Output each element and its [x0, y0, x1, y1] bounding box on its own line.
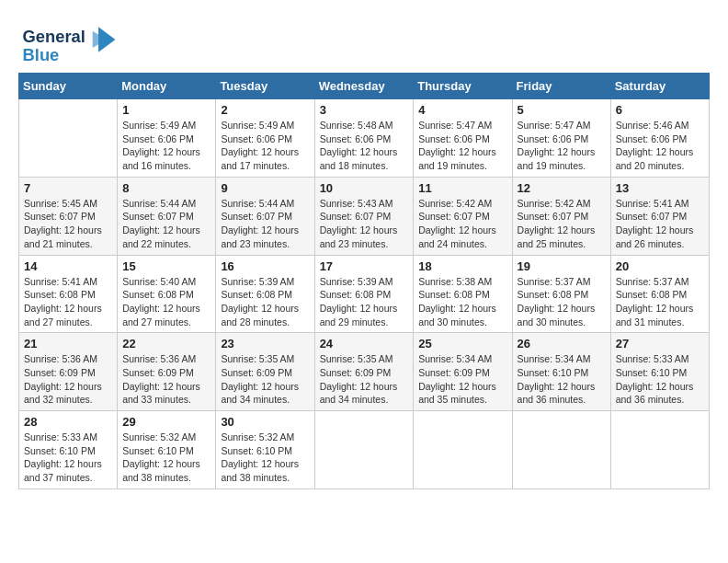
day-info: Sunrise: 5:42 AMSunset: 6:07 PMDaylight:…	[418, 197, 506, 251]
logo: General Blue	[18, 18, 119, 69]
calendar-body: 1Sunrise: 5:49 AMSunset: 6:06 PMDaylight…	[19, 99, 710, 489]
day-info: Sunrise: 5:49 AMSunset: 6:06 PMDaylight:…	[221, 119, 309, 173]
weekday-header-row: SundayMondayTuesdayWednesdayThursdayFrid…	[19, 74, 710, 99]
calendar-cell: 3Sunrise: 5:48 AMSunset: 6:06 PMDaylight…	[314, 99, 414, 178]
day-info: Sunrise: 5:35 AMSunset: 6:09 PMDaylight:…	[320, 352, 409, 407]
day-number: 5	[518, 103, 606, 117]
day-info: Sunrise: 5:38 AMSunset: 6:08 PMDaylight:…	[418, 275, 506, 329]
day-info: Sunrise: 5:37 AMSunset: 6:08 PMDaylight:…	[616, 275, 704, 329]
day-info: Sunrise: 5:45 AMSunset: 6:07 PMDaylight:…	[24, 197, 112, 251]
calendar-cell: 7Sunrise: 5:45 AMSunset: 6:07 PMDaylight…	[19, 177, 118, 255]
day-info: Sunrise: 5:44 AMSunset: 6:07 PMDaylight:…	[221, 197, 309, 251]
day-number: 1	[122, 103, 210, 117]
day-number: 3	[320, 103, 409, 117]
day-number: 24	[320, 337, 409, 350]
calendar-cell: 2Sunrise: 5:49 AMSunset: 6:06 PMDaylight…	[216, 99, 314, 178]
calendar-cell: 6Sunrise: 5:46 AMSunset: 6:06 PMDaylight…	[610, 99, 709, 178]
day-number: 15	[122, 259, 210, 273]
day-info: Sunrise: 5:32 AMSunset: 6:10 PMDaylight:…	[221, 431, 309, 485]
day-number: 27	[616, 337, 704, 350]
calendar-cell: 24Sunrise: 5:35 AMSunset: 6:09 PMDayligh…	[314, 333, 414, 411]
calendar-cell: 10Sunrise: 5:43 AMSunset: 6:07 PMDayligh…	[314, 177, 414, 255]
day-number: 26	[518, 337, 606, 350]
day-info: Sunrise: 5:47 AMSunset: 6:06 PMDaylight:…	[418, 119, 506, 173]
day-info: Sunrise: 5:42 AMSunset: 6:07 PMDaylight:…	[518, 197, 606, 251]
calendar-cell: 18Sunrise: 5:38 AMSunset: 6:08 PMDayligh…	[414, 255, 512, 333]
day-number: 12	[518, 181, 606, 195]
day-number: 8	[122, 181, 210, 195]
day-info: Sunrise: 5:39 AMSunset: 6:08 PMDaylight:…	[320, 275, 409, 329]
calendar-cell: 20Sunrise: 5:37 AMSunset: 6:08 PMDayligh…	[610, 255, 709, 333]
calendar-cell	[610, 411, 709, 489]
day-number: 2	[221, 103, 309, 117]
day-number: 18	[418, 259, 506, 273]
day-info: Sunrise: 5:37 AMSunset: 6:08 PMDaylight:…	[518, 275, 606, 329]
svg-text:Blue: Blue	[23, 45, 60, 64]
day-info: Sunrise: 5:32 AMSunset: 6:10 PMDaylight:…	[122, 431, 210, 485]
calendar-cell	[314, 411, 414, 489]
page-header: General Blue	[18, 18, 710, 69]
day-number: 21	[24, 337, 112, 350]
calendar-week-row: 1Sunrise: 5:49 AMSunset: 6:06 PMDaylight…	[19, 99, 710, 178]
day-number: 22	[122, 337, 210, 350]
calendar-cell: 15Sunrise: 5:40 AMSunset: 6:08 PMDayligh…	[118, 255, 216, 333]
weekday-header-monday: Monday	[118, 74, 216, 99]
day-number: 19	[518, 259, 606, 273]
day-info: Sunrise: 5:48 AMSunset: 6:06 PMDaylight:…	[320, 119, 409, 173]
day-number: 9	[221, 181, 309, 195]
day-number: 14	[24, 259, 112, 273]
calendar-cell: 1Sunrise: 5:49 AMSunset: 6:06 PMDaylight…	[118, 99, 216, 178]
calendar-header: SundayMondayTuesdayWednesdayThursdayFrid…	[19, 74, 710, 99]
weekday-header-friday: Friday	[512, 74, 610, 99]
day-info: Sunrise: 5:46 AMSunset: 6:06 PMDaylight:…	[616, 119, 704, 173]
weekday-header-tuesday: Tuesday	[216, 74, 314, 99]
calendar-cell: 5Sunrise: 5:47 AMSunset: 6:06 PMDaylight…	[512, 99, 610, 178]
day-info: Sunrise: 5:40 AMSunset: 6:08 PMDaylight:…	[122, 275, 210, 329]
calendar-cell	[414, 411, 512, 489]
day-info: Sunrise: 5:43 AMSunset: 6:07 PMDaylight:…	[320, 197, 409, 251]
calendar-cell: 17Sunrise: 5:39 AMSunset: 6:08 PMDayligh…	[314, 255, 414, 333]
calendar-cell: 22Sunrise: 5:36 AMSunset: 6:09 PMDayligh…	[118, 333, 216, 411]
day-info: Sunrise: 5:34 AMSunset: 6:09 PMDaylight:…	[418, 352, 506, 407]
weekday-header-sunday: Sunday	[19, 74, 118, 99]
calendar-cell: 30Sunrise: 5:32 AMSunset: 6:10 PMDayligh…	[216, 411, 314, 489]
day-number: 7	[24, 181, 112, 195]
weekday-header-saturday: Saturday	[610, 74, 709, 99]
calendar-cell	[512, 411, 610, 489]
calendar-cell: 28Sunrise: 5:33 AMSunset: 6:10 PMDayligh…	[19, 411, 118, 489]
day-info: Sunrise: 5:36 AMSunset: 6:09 PMDaylight:…	[24, 352, 112, 407]
calendar-cell: 13Sunrise: 5:41 AMSunset: 6:07 PMDayligh…	[610, 177, 709, 255]
day-number: 16	[221, 259, 309, 273]
calendar-cell: 23Sunrise: 5:35 AMSunset: 6:09 PMDayligh…	[216, 333, 314, 411]
calendar-cell: 8Sunrise: 5:44 AMSunset: 6:07 PMDaylight…	[118, 177, 216, 255]
calendar-cell: 11Sunrise: 5:42 AMSunset: 6:07 PMDayligh…	[414, 177, 512, 255]
svg-text:General: General	[23, 27, 85, 46]
logo-svg: General Blue	[18, 18, 119, 69]
calendar-week-row: 7Sunrise: 5:45 AMSunset: 6:07 PMDaylight…	[19, 177, 710, 255]
calendar-cell: 16Sunrise: 5:39 AMSunset: 6:08 PMDayligh…	[216, 255, 314, 333]
weekday-header-wednesday: Wednesday	[314, 74, 414, 99]
day-number: 4	[418, 103, 506, 117]
day-number: 30	[221, 415, 309, 429]
day-number: 23	[221, 337, 309, 350]
day-info: Sunrise: 5:41 AMSunset: 6:07 PMDaylight:…	[616, 197, 704, 251]
day-number: 28	[24, 415, 112, 429]
day-number: 11	[418, 181, 506, 195]
calendar-cell: 9Sunrise: 5:44 AMSunset: 6:07 PMDaylight…	[216, 177, 314, 255]
calendar-cell: 26Sunrise: 5:34 AMSunset: 6:10 PMDayligh…	[512, 333, 610, 411]
day-info: Sunrise: 5:47 AMSunset: 6:06 PMDaylight:…	[518, 119, 606, 173]
calendar-cell: 4Sunrise: 5:47 AMSunset: 6:06 PMDaylight…	[414, 99, 512, 178]
day-info: Sunrise: 5:36 AMSunset: 6:09 PMDaylight:…	[122, 352, 210, 407]
day-info: Sunrise: 5:33 AMSunset: 6:10 PMDaylight:…	[24, 431, 112, 485]
day-info: Sunrise: 5:49 AMSunset: 6:06 PMDaylight:…	[122, 119, 210, 173]
day-number: 17	[320, 259, 409, 273]
day-info: Sunrise: 5:33 AMSunset: 6:10 PMDaylight:…	[616, 352, 704, 407]
calendar-cell: 29Sunrise: 5:32 AMSunset: 6:10 PMDayligh…	[118, 411, 216, 489]
calendar-cell: 12Sunrise: 5:42 AMSunset: 6:07 PMDayligh…	[512, 177, 610, 255]
day-info: Sunrise: 5:35 AMSunset: 6:09 PMDaylight:…	[221, 352, 309, 407]
calendar-week-row: 21Sunrise: 5:36 AMSunset: 6:09 PMDayligh…	[19, 333, 710, 411]
calendar-cell: 21Sunrise: 5:36 AMSunset: 6:09 PMDayligh…	[19, 333, 118, 411]
calendar-cell: 14Sunrise: 5:41 AMSunset: 6:08 PMDayligh…	[19, 255, 118, 333]
calendar-cell: 27Sunrise: 5:33 AMSunset: 6:10 PMDayligh…	[610, 333, 709, 411]
day-info: Sunrise: 5:41 AMSunset: 6:08 PMDaylight:…	[24, 275, 112, 329]
